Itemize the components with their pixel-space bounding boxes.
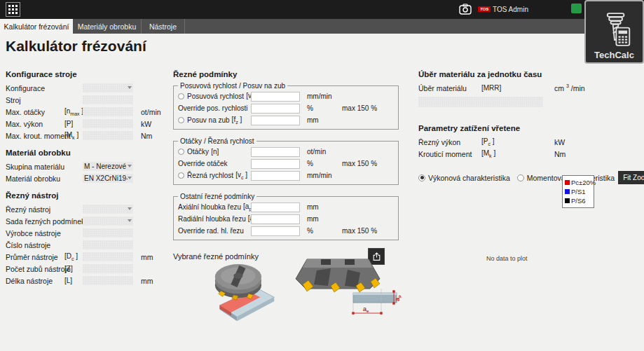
field-unit: %	[307, 160, 339, 167]
field-label: Výrobce nástroje	[6, 229, 64, 238]
momentova-charakteristika-radio[interactable]	[517, 174, 524, 181]
topbar: TOS TOS Admin	[0, 0, 644, 19]
field-symbol: [Pc ]	[481, 137, 554, 146]
field-row: Max. krout. moment [Mk ] Nm	[6, 130, 171, 142]
field-symbol: [nmax ]	[64, 107, 83, 116]
techcalc-widget[interactable]: TechCalc	[584, 0, 644, 64]
posuv-na-zub-radio[interactable]	[178, 117, 184, 123]
rezny-nastroj-select[interactable]	[83, 205, 133, 214]
chevron-down-icon	[128, 165, 132, 167]
ae-dimension-label: ae	[363, 305, 369, 313]
override-otacek-input[interactable]	[251, 159, 300, 169]
field-row: Otáčky[n] ot/min	[178, 146, 394, 158]
delka-nastroje-input[interactable]	[83, 276, 133, 285]
machine-section-title: Konfigurace stroje	[6, 70, 171, 78]
max-otacky-input[interactable]	[83, 107, 133, 116]
field-unit: ot/min	[307, 148, 339, 156]
field-row: Číslo nástroje	[6, 239, 171, 251]
field-unit: kW	[141, 120, 151, 128]
override-rad-hl-input[interactable]	[251, 226, 300, 236]
select-value: M - Nerezové o	[84, 162, 128, 171]
chevron-down-icon	[128, 219, 132, 222]
fit-zoom-button[interactable]: Fit Zoom	[618, 171, 644, 184]
posuv-na-zub-input[interactable]	[251, 116, 300, 125]
field-label: Řezný výkon	[418, 138, 481, 146]
vykonova-charakteristika-radio[interactable]	[418, 174, 425, 181]
field-unit: mm	[141, 253, 153, 261]
chevron-down-icon	[128, 177, 132, 179]
field-label: Stroj	[6, 96, 64, 104]
field-label: Úběr materiálu	[418, 84, 481, 92]
field-row: Posuv na zub[fz ] mm	[178, 114, 394, 126]
field-label: Délka nástroje	[6, 277, 64, 285]
field-symbol: [Mk ]	[64, 131, 83, 140]
field-symbol: [Mk ]	[481, 149, 554, 158]
chart-mode-radios: Výkonová charakteristika Momentová chara…	[418, 171, 641, 184]
left-column: Konfigurace stroje Konfigurace Stroj Max…	[6, 70, 171, 294]
field-label: Override rad. hl. řezu	[178, 227, 244, 235]
field-unit: mm	[307, 116, 339, 124]
konfigurace-select[interactable]	[83, 83, 133, 92]
pocet-zubu-input[interactable]	[83, 264, 133, 273]
field-label: Max. výkon	[6, 120, 64, 128]
field-row: Materiál obrobku EN X2CrNi19-1	[6, 172, 171, 184]
sada-podminek-select[interactable]	[83, 216, 133, 226]
green-status-indicator	[571, 4, 582, 13]
face-mill-iso-image	[198, 252, 282, 331]
cislo-nastroje-input[interactable]	[83, 240, 133, 249]
field-row: Axiální hloubka řezu[ap ] mm	[178, 201, 394, 213]
camera-icon[interactable]	[459, 4, 472, 15]
field-row: Řezný nástroj	[6, 203, 171, 215]
radialni-hloubka-input[interactable]	[251, 214, 300, 224]
prumer-nastroje-input[interactable]	[83, 252, 133, 261]
tab-nastroje[interactable]: Nástroje	[142, 19, 185, 34]
field-label: Posuvová rychlost	[187, 92, 244, 100]
tab-materialy-obrobku[interactable]: Materiály obrobku	[73, 19, 142, 34]
apps-grid-button[interactable]	[6, 2, 20, 17]
max-hint: max 150 %	[342, 160, 377, 167]
tab-kalkulator-frezovani[interactable]: Kalkulátor frézování	[0, 19, 73, 34]
otacky-radio[interactable]	[178, 149, 184, 155]
otacky-input[interactable]	[251, 147, 300, 157]
tab-bar: Kalkulátor frézování Materiály obrobku N…	[0, 19, 644, 34]
field-label: Počet zubů nástroje	[6, 265, 64, 273]
rezna-rychlost-input[interactable]	[251, 171, 300, 181]
override-pos-rychlosti-input[interactable]	[251, 104, 300, 113]
field-unit: ot/min	[141, 108, 161, 116]
field-label: Override otáček	[178, 160, 228, 167]
field-label: Max. otáčky	[6, 108, 64, 116]
max-vykon-input[interactable]	[83, 119, 133, 128]
legend-label: P/S6	[571, 197, 586, 205]
skupina-materialu-select[interactable]: M - Nerezové o	[83, 162, 133, 171]
max-krout-moment-input[interactable]	[83, 131, 133, 140]
vyrobce-nastroje-input[interactable]	[83, 228, 133, 238]
field-symbol: [L]	[64, 277, 83, 284]
posuvova-rychlost-radio[interactable]	[178, 93, 184, 99]
page-title: Kalkulátor frézování	[6, 38, 146, 55]
mrr-value-field[interactable]	[418, 97, 543, 107]
field-symbol: [Z]	[64, 265, 83, 273]
material-obrobku-select[interactable]: EN X2CrNi19-1	[83, 174, 133, 183]
axialni-hloubka-input[interactable]	[251, 202, 300, 212]
posuvova-rychlost-input[interactable]	[251, 92, 300, 102]
chart-legend: Pc±20% P/S1 P/S6	[562, 175, 594, 208]
field-label: Axiální hloubka řezu	[178, 203, 241, 211]
legend-swatch-ps1	[565, 189, 570, 194]
field-row: Řezný výkon [Pc ] kW	[418, 136, 641, 148]
legend-swatch-pc	[565, 180, 570, 185]
field-unit: %	[307, 104, 339, 112]
field-unit: cm 3 /min	[554, 83, 585, 92]
other-group-legend: Ostatní řezné podmínky	[178, 193, 256, 200]
stroj-input[interactable]	[83, 95, 133, 104]
field-unit: mm/min	[307, 172, 339, 179]
field-symbol: [P]	[64, 120, 83, 128]
select-value: EN X2CrNi19-1	[84, 174, 128, 183]
spindle-section-title: Parametry zatížení vřetene	[418, 124, 641, 132]
field-label: Materiál obrobku	[6, 174, 64, 183]
face-mill-side-image: ae ap	[290, 252, 402, 325]
field-symbol: [MRR]	[481, 84, 554, 92]
field-unit: mm/min	[307, 92, 339, 100]
field-row: Sada řezných podmínek	[6, 215, 171, 227]
field-label: Průměr nástroje	[6, 253, 64, 261]
rezna-rychlost-radio[interactable]	[178, 172, 184, 179]
